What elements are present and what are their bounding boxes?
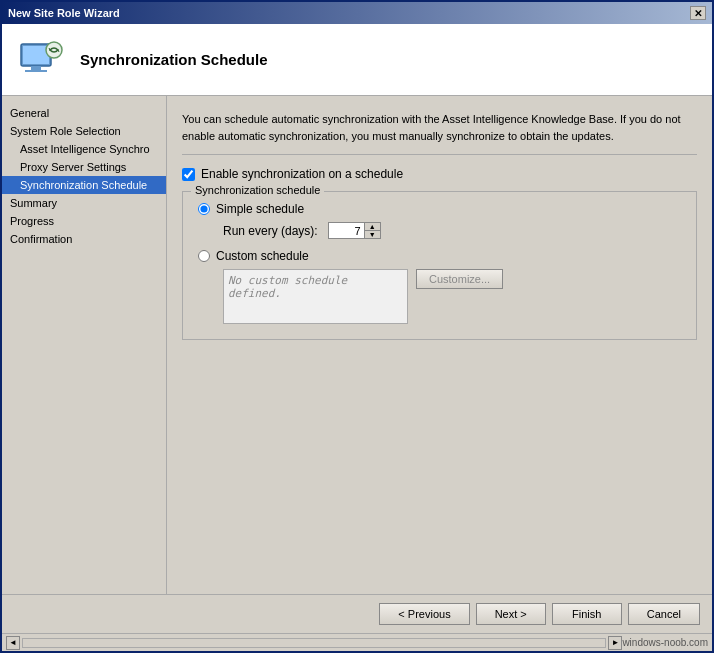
customize-button[interactable]: Customize...: [416, 269, 503, 289]
sidebar-item-summary[interactable]: Summary: [2, 194, 166, 212]
run-every-row: Run every (days): ▲ ▼: [223, 222, 681, 239]
description-text: You can schedule automatic synchronizati…: [182, 111, 697, 155]
cancel-button[interactable]: Cancel: [628, 603, 700, 625]
custom-schedule-area: Customize...: [223, 269, 681, 324]
title-bar: New Site Role Wizard ✕: [2, 2, 712, 24]
run-every-label: Run every (days):: [223, 224, 318, 238]
footer-area: < Previous Next > Finish Cancel: [2, 594, 712, 633]
content-area: You can schedule automatic synchronizati…: [167, 96, 712, 594]
custom-schedule-label: Custom schedule: [216, 249, 309, 263]
sidebar-item-sync-schedule[interactable]: Synchronization Schedule: [2, 176, 166, 194]
enable-checkbox-row: Enable synchronization on a schedule: [182, 167, 697, 181]
days-input[interactable]: [329, 223, 364, 238]
days-spinner: ▲ ▼: [328, 222, 381, 239]
main-area: General System Role Selection Asset Inte…: [2, 96, 712, 594]
enable-sync-checkbox[interactable]: [182, 168, 195, 181]
next-button[interactable]: Next >: [476, 603, 546, 625]
bottom-scrollbar: ◄ ► windows-noob.com: [2, 633, 712, 651]
svg-point-4: [46, 42, 62, 58]
simple-schedule-label: Simple schedule: [216, 202, 304, 216]
group-legend: Synchronization schedule: [191, 184, 324, 196]
spin-up-button[interactable]: ▲: [365, 223, 380, 230]
sidebar: General System Role Selection Asset Inte…: [2, 96, 167, 594]
sync-schedule-group: Synchronization schedule Simple schedule…: [182, 191, 697, 340]
svg-rect-2: [31, 66, 41, 70]
svg-rect-3: [25, 70, 47, 72]
custom-radio-row: Custom schedule: [198, 249, 681, 263]
svg-rect-1: [23, 46, 49, 64]
header-title: Synchronization Schedule: [80, 51, 268, 68]
previous-button[interactable]: < Previous: [379, 603, 469, 625]
sidebar-item-progress[interactable]: Progress: [2, 212, 166, 230]
spin-buttons: ▲ ▼: [364, 223, 380, 238]
window-title: New Site Role Wizard: [8, 7, 120, 19]
form-section: Enable synchronization on a schedule Syn…: [182, 167, 697, 340]
simple-radio-row: Simple schedule: [198, 202, 681, 216]
spin-down-button[interactable]: ▼: [365, 230, 380, 238]
sidebar-item-general[interactable]: General: [2, 104, 166, 122]
wizard-header: Synchronization Schedule: [2, 24, 712, 96]
custom-schedule-radio[interactable]: [198, 250, 210, 262]
custom-schedule-textbox: [223, 269, 408, 324]
wizard-window: New Site Role Wizard ✕ Synchronization S…: [0, 0, 714, 653]
watermark-text: windows-noob.com: [622, 637, 708, 648]
enable-sync-label: Enable synchronization on a schedule: [201, 167, 403, 181]
sidebar-item-confirmation[interactable]: Confirmation: [2, 230, 166, 248]
sidebar-item-asset-intelligence[interactable]: Asset Intelligence Synchro: [2, 140, 166, 158]
scroll-left-button[interactable]: ◄: [6, 636, 20, 650]
sidebar-item-proxy-server[interactable]: Proxy Server Settings: [2, 158, 166, 176]
sidebar-item-system-role[interactable]: System Role Selection: [2, 122, 166, 140]
simple-schedule-radio[interactable]: [198, 203, 210, 215]
finish-button[interactable]: Finish: [552, 603, 622, 625]
scroll-right-button[interactable]: ►: [608, 636, 622, 650]
wizard-icon: [17, 36, 65, 84]
close-button[interactable]: ✕: [690, 6, 706, 20]
horizontal-scrollbar-track[interactable]: [22, 638, 606, 648]
